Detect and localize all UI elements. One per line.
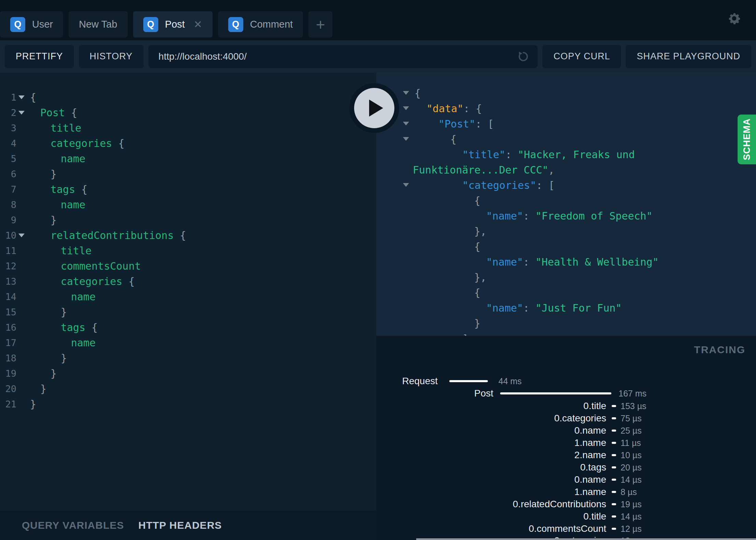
line-number: 1 [0,92,16,103]
tracing-duration-bar [612,528,616,530]
response-line: { [376,132,756,147]
code-token: "Post" [438,118,475,130]
tab-user[interactable]: QUser [0,11,63,38]
code-token: tags [61,321,85,333]
code-token: : [ [475,118,494,130]
execute-button[interactable] [349,83,399,133]
add-tab-button[interactable]: + [308,11,332,38]
fold-arrow-icon[interactable] [18,111,25,115]
response-line: "name": "Freedom of Speech" [376,208,756,224]
tracing-row: Post167 ms [376,387,756,400]
settings-gear-icon[interactable] [727,11,742,26]
response-code: } [376,317,480,329]
code-token: "title" [462,149,505,161]
tab-label: User [32,19,53,30]
line-number: 9 [0,215,16,225]
fold-arrow-icon[interactable] [18,95,25,99]
line-number: 13 [0,276,16,287]
history-button[interactable]: HISTORY [79,45,144,68]
editor-code: } [30,368,57,379]
line-number: 16 [0,322,16,333]
code-token: : [523,302,535,314]
editor-code: commentsCount [30,260,141,272]
graphql-playground-window: QUserNew TabQPost✕QComment+ PRETTIFY HIS… [0,0,756,540]
line-number: 18 [0,353,16,363]
code-token: } [61,352,67,364]
tracing-row: 0.commentsCount12 µs [376,523,756,535]
tab-label: Post [165,19,185,30]
reload-icon[interactable] [517,50,530,63]
tracing-row-label: 0.name [575,424,606,437]
fold-slot [16,234,27,237]
response-line: { [376,285,756,300]
editor-code: name [30,337,96,349]
tab-new-tab[interactable]: New Tab [69,11,127,38]
tracing-row-value: 25 µs [621,424,642,437]
editor-line: 2Post { [0,105,376,120]
http-headers-tab[interactable]: HTTP HEADERS [139,520,222,531]
tracing-row-label: 2.name [575,449,606,461]
line-number: 14 [0,291,16,302]
tracing-row-label: 0.title [583,400,606,412]
editor-line: 12commentsCount [0,258,376,274]
share-playground-button[interactable]: SHARE PLAYGROUND [626,45,751,68]
tracing-row-label: 0.name [575,474,606,486]
code-token: }, [474,271,486,283]
collapse-arrow-icon[interactable] [403,91,409,95]
horizontal-scrollbar[interactable] [416,538,756,540]
tracing-duration-bar [449,380,488,382]
editor-code: Post { [30,107,77,119]
tracing-row-value: 75 µs [621,412,642,424]
code-token: } [50,168,57,180]
code-token: { [65,107,77,119]
editor-line: 7tags { [0,182,376,197]
schema-side-tab[interactable]: SCHEMA [738,115,756,164]
tracing-row-value: 20 µs [621,461,642,474]
fold-arrow-icon[interactable] [18,234,25,237]
code-token: "Just For Fun" [536,302,622,314]
code-token: name [61,153,85,165]
code-token: { [415,87,421,99]
copy-curl-button[interactable]: COPY CURL [542,45,621,68]
editor-line: 1{ [0,90,376,105]
fold-slot [16,111,27,115]
code-token: { [474,195,480,207]
code-token: { [450,133,456,145]
collapse-arrow-icon[interactable] [403,106,409,110]
query-badge-icon: Q [10,17,25,32]
editor-code: categories { [30,137,125,149]
prettify-button[interactable]: PRETTIFY [5,45,74,68]
tab-comment[interactable]: QComment [218,11,303,38]
tracing-duration-bar [612,491,616,493]
schema-side-tab-label: SCHEMA [742,118,752,160]
query-editor[interactable]: 1{2Post {3title4categories {5name6}7tags… [0,73,376,510]
editor-code: } [30,383,46,395]
editor-line: 15} [0,304,376,320]
editor-line: 19} [0,366,376,381]
endpoint-url-input[interactable] [148,51,517,62]
response-code: "name": "Freedom of Speech" [376,210,653,222]
tracing-duration-bar [612,430,616,432]
response-code: { [376,133,456,145]
tracing-row: 0.name14 µs [376,474,756,486]
code-token: { [30,91,36,103]
code-token: , [548,164,554,176]
code-token: }, [474,225,486,237]
tracing-row-value: 11 µs [621,437,641,449]
collapse-arrow-icon[interactable] [403,183,409,187]
close-tab-icon[interactable]: ✕ [194,19,202,30]
collapse-arrow-icon[interactable] [403,137,409,141]
query-variables-tab[interactable]: QUERY VARIABLES [22,520,124,531]
editor-line: 16tags { [0,320,376,335]
query-badge-icon: Q [228,17,243,32]
tab-label: New Tab [79,19,117,30]
code-token: Post [40,107,65,119]
editor-line: 5name [0,151,376,166]
line-number: 19 [0,368,16,379]
editor-line: 14name [0,289,376,304]
line-number: 20 [0,384,16,394]
tracing-row: 0.name25 µs [376,424,756,437]
collapse-arrow-icon[interactable] [403,122,409,125]
editor-code: { [30,91,36,103]
tab-post[interactable]: QPost✕ [133,11,213,38]
